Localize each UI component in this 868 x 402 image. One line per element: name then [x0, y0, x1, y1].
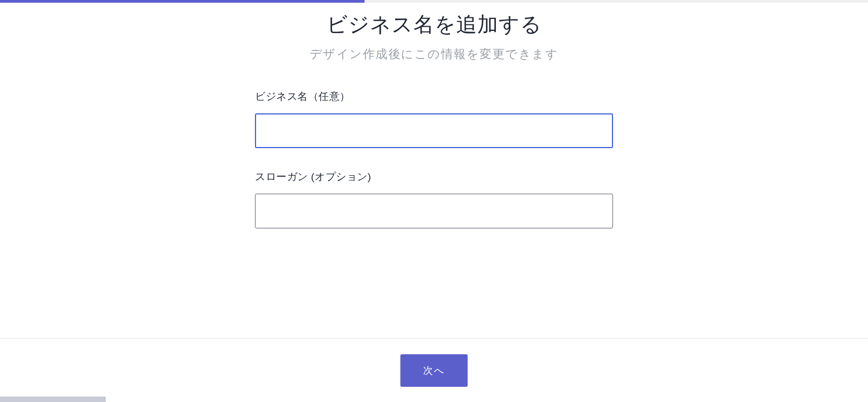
progress-bar: [0, 0, 365, 3]
slogan-group: スローガン (オプション): [255, 170, 613, 228]
business-name-label: ビジネス名（任意）: [255, 90, 613, 104]
bottom-loading-indicator: [0, 397, 106, 402]
slogan-input[interactable]: [255, 194, 613, 228]
business-name-group: ビジネス名（任意）: [255, 90, 613, 148]
business-name-input[interactable]: [255, 113, 613, 148]
next-button[interactable]: 次へ: [400, 354, 468, 387]
footer: 次へ: [0, 338, 868, 402]
page-title: ビジネス名を追加する: [327, 11, 542, 39]
main-content: ビジネス名を追加する デザイン作成後にこの情報を変更できます ビジネス名（任意）…: [0, 0, 868, 335]
slogan-label: スローガン (オプション): [255, 170, 613, 184]
page-subtitle: デザイン作成後にこの情報を変更できます: [310, 46, 559, 62]
